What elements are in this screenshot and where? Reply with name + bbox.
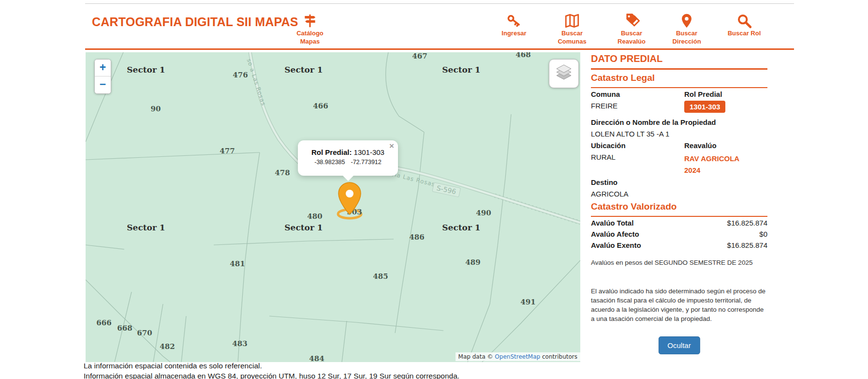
note-legal: El avalúo indicado ha sido determinado s… [591,287,767,323]
reavaluo-link[interactable]: RAV AGRICOLA 2024 [684,153,747,176]
nav-label: Mapas [300,37,320,45]
ubicacion-label: Ubicación [591,141,626,150]
avaluo-afecto-label: Avalúo Afecto [591,230,639,238]
search-icon [736,13,752,29]
nav-buscar-reavaluo[interactable]: Buscar Reavalúo [600,13,663,45]
nav-buscar-direccion[interactable]: Buscar Dirección [655,13,718,45]
popup-rol-value: 1301-303 [354,148,384,156]
popup-title: Rol Predial: 1301-303 [298,148,398,156]
footer-disclaimer-line1: La información espacial contenida es sol… [84,362,262,370]
nav-label: Buscar [676,29,697,37]
direccion-value: LOLEN ALTO LT 35 -A 1 [591,130,669,138]
popup-lat: -38.982385 [314,159,345,166]
catastro-legal-heading: Catastro Legal [591,73,767,88]
comuna-label: Comuna [591,90,620,98]
comuna-value: FREIRE [591,102,618,110]
reavaluo-label: Reavalúo [684,141,717,150]
key-icon [506,13,522,29]
map-layers-control[interactable] [549,59,579,88]
map-attribution: Map data © OpenStreetMap contributors [456,352,580,361]
top-divider [85,3,794,4]
nav-label: Buscar Rol [728,29,761,37]
nav-label: Catálogo [296,29,324,37]
popup-close-icon[interactable]: × [389,142,394,150]
avaluo-total-label: Avalúo Total [591,219,633,227]
popup-coordinates: -38.982385-72.773912 [298,159,398,166]
layers-icon [554,63,574,84]
dato-predial-panel: DATO PREDIAL Catastro Legal Comuna Rol P… [591,53,767,368]
nav-label: Dirección [672,37,701,45]
map-geometry [86,52,580,362]
avaluo-afecto-value: $0 [759,230,767,238]
signpost-icon [302,13,318,29]
nav-label: Comunas [558,37,586,45]
nav-label: Buscar [621,29,642,37]
attribution-suffix: contributors [540,353,577,360]
note-periodo: Avalúos en pesos del SEGUNDO SEMESTRE DE… [591,258,767,267]
map-canvas[interactable]: Sector 1Sector 1Sector 1Sector 1Sector 1… [86,52,580,362]
popup-lng: -72.773912 [351,159,382,166]
zoom-out-button[interactable]: − [95,76,111,93]
direccion-label: Dirección o Nombre de la Propiedad [591,118,716,126]
ocultar-button[interactable]: Ocultar [658,336,700,354]
avaluo-exento-value: $16.825.874 [727,241,767,249]
nav-buscar-comunas[interactable]: Buscar Comunas [541,13,603,45]
nav-ingresar[interactable]: Ingresar [483,13,545,37]
popup-rol-label: Rol Predial: [311,148,352,156]
tags-icon [623,13,640,29]
rol-predial-label: Rol Predial [684,90,722,98]
avaluo-exento-label: Avalúo Exento [591,241,641,249]
attribution-prefix: Map data © [458,353,495,360]
zoom-in-button[interactable]: + [95,60,111,76]
panel-title: DATO PREDIAL [591,53,767,70]
map-popup: Rol Predial: 1301-303 -38.982385-72.7739… [298,140,398,176]
destino-value: AGRICOLA [591,190,629,198]
pin-icon [678,13,695,29]
header-accent-divider [85,48,794,50]
openstreetmap-link[interactable]: OpenStreetMap [495,353,540,360]
folded-map-icon [564,13,580,29]
catastro-valorizado-heading: Catastro Valorizado [591,201,767,217]
sii-mapas-page: CARTOGRAFIA DIGITAL SII MAPAS Catálogo M… [0,0,868,379]
nav-label: Ingresar [501,29,526,37]
rol-predial-badge: 1301-303 [684,101,725,113]
nav-label: Reavalúo [618,37,646,45]
destino-label: Destino [591,178,618,186]
page-title: CARTOGRAFIA DIGITAL SII MAPAS [92,15,298,29]
ubicacion-value: RURAL [591,153,616,161]
popup-pointer [342,175,354,181]
map-zoom-control: + − [94,59,111,94]
footer-disclaimer-line2: Información espacial almacenada en WGS 8… [84,372,459,379]
nav-buscar-rol[interactable]: Buscar Rol [713,13,776,37]
nav-label: Buscar [561,29,583,37]
rol-predial-badge-wrap: 1301-303 [684,101,725,113]
nav-catalogo-mapas[interactable]: Catálogo Mapas [279,13,341,45]
avaluo-total-value: $16.825.874 [727,219,767,227]
map-marker-pin[interactable] [337,181,363,218]
